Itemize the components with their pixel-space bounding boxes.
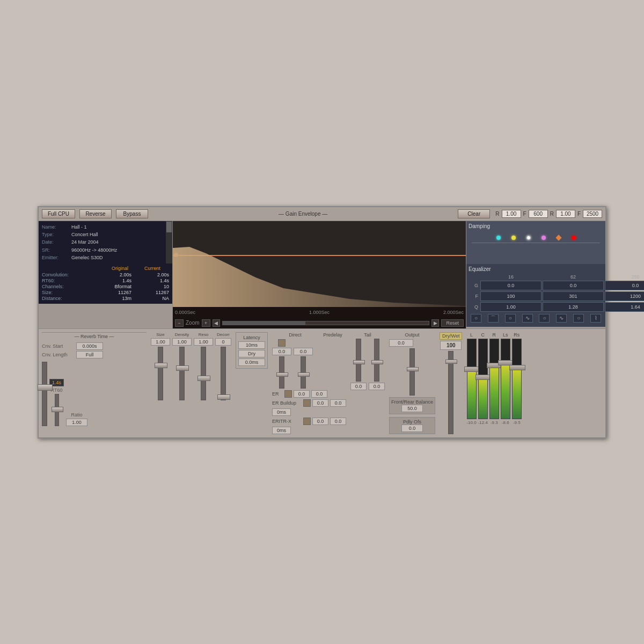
density-fader-handle[interactable] — [176, 365, 189, 371]
eq-g-2[interactable] — [605, 281, 644, 290]
predelay-fader-handle[interactable] — [298, 372, 310, 377]
full-cpu-button[interactable]: Full CPU — [42, 209, 75, 218]
damping-dot-0[interactable] — [496, 236, 501, 240]
output-field[interactable] — [389, 339, 413, 347]
preset-scrollbar[interactable] — [166, 221, 172, 264]
rt60-fader-handle[interactable] — [52, 407, 63, 412]
damping-dot-5[interactable] — [572, 236, 576, 240]
dry-wet-fader-handle[interactable] — [445, 360, 457, 364]
eq-g-1[interactable] — [543, 281, 604, 290]
er-buildup-right[interactable] — [330, 399, 346, 407]
eq-shape-notch[interactable]: ∿ — [522, 314, 533, 323]
er-buildup-left[interactable] — [312, 399, 328, 407]
dry-wet-field[interactable] — [440, 341, 462, 350]
cnv-length-field[interactable] — [76, 351, 103, 358]
eq-shape-hp[interactable]: ∿ — [556, 314, 567, 323]
er-buildup-ms[interactable] — [272, 408, 291, 416]
density-fader-track[interactable] — [179, 347, 185, 400]
reso-fader-track[interactable] — [201, 347, 206, 400]
decorr-field[interactable] — [215, 338, 231, 346]
damping-dot-3[interactable] — [541, 236, 546, 240]
front-rear-field[interactable] — [401, 405, 423, 412]
meter-rs-fader[interactable] — [509, 365, 525, 370]
reso-field[interactable] — [194, 338, 213, 346]
tail-right-track[interactable] — [374, 339, 379, 382]
reverb-fader-track[interactable] — [42, 362, 47, 426]
cnv-start-row: Cnv. Start — [42, 342, 147, 350]
damping-dot-4[interactable] — [555, 235, 561, 240]
decorr-fader-handle[interactable] — [217, 394, 230, 400]
eq-q-1[interactable] — [543, 302, 604, 312]
er-left-field[interactable] — [294, 390, 310, 398]
damping-dot-2[interactable] — [526, 236, 531, 240]
cnv-start-field[interactable] — [76, 342, 103, 350]
bypass-button[interactable]: Bypass — [116, 209, 148, 218]
dry-wet-fader-track[interactable] — [448, 351, 453, 434]
meter-ls-track — [501, 339, 510, 419]
damping-dot-1[interactable] — [511, 236, 516, 240]
tail-left-col — [350, 339, 367, 390]
eq-q-2[interactable] — [605, 302, 644, 312]
tail-left-handle[interactable] — [353, 360, 365, 364]
direct-fader-track[interactable] — [279, 356, 284, 389]
tail-left-track[interactable] — [356, 339, 361, 382]
eq-q-0[interactable] — [480, 302, 541, 312]
f1-field[interactable] — [529, 210, 548, 218]
er-right-field[interactable] — [311, 390, 327, 398]
eq-shape-peak[interactable]: ○ — [505, 314, 516, 323]
time-1: 1.000Sec — [309, 310, 330, 315]
waveform-area[interactable]: 0.000Sec 1.000Sec 2.000Sec — [173, 221, 466, 318]
eq-f-2[interactable] — [605, 291, 644, 301]
tail-right-handle[interactable] — [371, 360, 383, 364]
reso-fader-handle[interactable] — [197, 376, 210, 381]
size-fader-handle[interactable] — [155, 363, 167, 368]
zoom-nav-right[interactable]: ▶ — [431, 319, 439, 327]
r1-field[interactable] — [502, 210, 521, 218]
r2-field[interactable] — [556, 210, 575, 218]
latency-field-3[interactable] — [238, 358, 265, 366]
predelay-field[interactable] — [294, 348, 313, 355]
size-fader-track[interactable] — [158, 347, 163, 400]
output-fader-track[interactable] — [409, 348, 415, 396]
eq-shape-hs[interactable]: ○ — [539, 314, 550, 323]
zoom-plus-button[interactable]: + — [202, 319, 210, 327]
zoom-slider[interactable] — [222, 321, 430, 325]
pdly-field[interactable] — [401, 425, 423, 432]
eq-f-1[interactable] — [543, 291, 604, 301]
eq-shape-ls[interactable]: ⌒ — [488, 314, 499, 323]
density-fader-col — [172, 347, 192, 400]
tail-right-field[interactable] — [369, 383, 385, 390]
ratio-field[interactable] — [66, 419, 87, 426]
eq-g-0[interactable] — [480, 281, 541, 290]
sdrd-faders — [151, 347, 231, 400]
rt60-fader-track[interactable] — [55, 394, 59, 426]
size-field[interactable] — [151, 338, 170, 346]
eq-shape-lp[interactable]: ○ — [471, 314, 481, 323]
predelay-fader-track[interactable] — [301, 356, 306, 389]
reverse-button[interactable]: Reverse — [79, 209, 112, 218]
direct-field[interactable] — [272, 348, 291, 355]
f2-field[interactable] — [583, 210, 602, 218]
tail-left-field[interactable] — [350, 383, 367, 390]
direct-fader-handle[interactable] — [276, 372, 288, 377]
latency-field-1[interactable] — [238, 341, 265, 349]
clear-button[interactable]: Clear — [458, 209, 490, 218]
eq-shape-off[interactable]: ○ — [573, 314, 584, 323]
reset-button[interactable]: Reset — [441, 319, 464, 327]
density-field[interactable] — [172, 338, 192, 346]
eritr-ms[interactable] — [272, 427, 291, 434]
eq-shape-extra[interactable]: ⌇ — [590, 314, 601, 323]
output-fader-handle[interactable] — [407, 367, 419, 371]
type-key: Type: — [42, 231, 71, 238]
decorr-fader-track[interactable] — [221, 347, 226, 400]
latency-field-2[interactable] — [238, 350, 265, 357]
eritr-right[interactable] — [330, 418, 346, 425]
zoom-minus-button[interactable]: − — [175, 319, 184, 327]
eq-f-0[interactable] — [480, 291, 541, 301]
direct-icon[interactable] — [278, 339, 286, 347]
eritr-left[interactable] — [312, 418, 328, 425]
type-value: Concert Hall — [71, 231, 98, 238]
eq-freq-0: 16 — [480, 274, 541, 280]
reverb-fader-handle[interactable] — [38, 384, 53, 391]
zoom-nav-left[interactable]: ◀ — [213, 319, 220, 327]
